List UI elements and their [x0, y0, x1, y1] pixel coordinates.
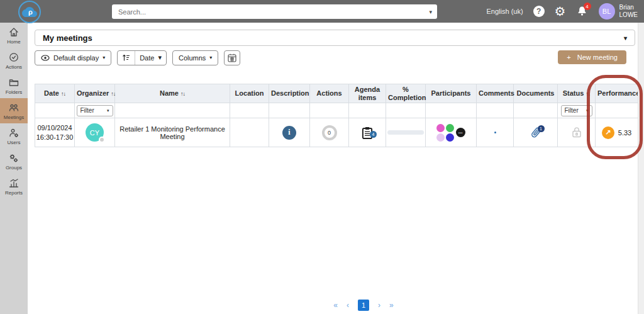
sidebar: Home Actions Folders Meetings Users Grou…: [0, 23, 28, 314]
language-label[interactable]: English (uk): [487, 8, 523, 15]
search-dropdown-caret-icon[interactable]: ▾: [429, 9, 437, 15]
comment-dot: [494, 132, 496, 133]
pagination: « ‹ 1 › »: [55, 300, 644, 311]
prev-page-button[interactable]: ‹: [347, 301, 349, 310]
column-header-location: Location: [230, 84, 269, 103]
column-header-description: Description: [269, 84, 310, 103]
performance-value: 5.33: [618, 129, 631, 137]
current-page-button[interactable]: 1: [358, 300, 369, 311]
sort-icon: [122, 53, 130, 62]
next-page-button[interactable]: ›: [378, 301, 380, 310]
eye-icon: [41, 55, 50, 61]
participant-avatar: [446, 124, 454, 132]
column-header-agenda-items: Agenda items: [349, 84, 386, 103]
app-logo-icon[interactable]: ρ: [18, 1, 41, 23]
default-display-button[interactable]: Default display ▾: [35, 50, 111, 65]
meeting-row[interactable]: 09/10/2024 16:30-17:30 CY Retailer 1 Mon…: [35, 118, 638, 147]
chevron-down-icon: ▾: [158, 53, 162, 62]
column-header-organizer[interactable]: Organizer↑↓: [75, 84, 115, 103]
column-header-completion: % Completion: [386, 84, 426, 103]
notifications-bell-icon[interactable]: 4: [576, 5, 589, 18]
sidebar-item-groups[interactable]: Groups: [0, 149, 28, 174]
sidebar-item-home[interactable]: Home: [0, 23, 28, 48]
chevron-down-icon: ▾: [624, 35, 627, 42]
sidebar-item-reports[interactable]: Reports: [0, 174, 28, 199]
column-header-performance[interactable]: Performance↑↓: [596, 84, 638, 103]
meetings-table: Date↑↓ Organizer↑↓ Name↑↓ Location Descr…: [35, 84, 638, 147]
sidebar-item-actions[interactable]: Actions: [0, 48, 28, 73]
sidebar-item-meetings[interactable]: Meetings: [0, 98, 28, 123]
column-header-actions: Actions: [310, 84, 349, 103]
user-menu[interactable]: BL Brian LOWE: [599, 3, 638, 20]
home-icon: [8, 26, 19, 38]
sort-arrows-icon: ↑↓: [586, 91, 590, 97]
cell-date: 09/10/2024 16:30-17:30: [35, 118, 75, 147]
search-input[interactable]: [112, 8, 429, 16]
cell-name[interactable]: Retailer 1 Monitoring Performance Meetin…: [115, 118, 230, 147]
gears-icon: [8, 152, 19, 164]
settings-gear-icon[interactable]: ⚙: [555, 5, 566, 18]
sort-direction-button[interactable]: [118, 51, 135, 65]
calendar-view-button[interactable]: [224, 50, 240, 65]
topbar: ρ ▾ English (uk) ? ⚙ 4 BL Brian LOWE: [0, 0, 644, 23]
cell-description: i: [269, 118, 310, 147]
participant-avatar: [446, 133, 454, 142]
cell-documents: 1: [514, 118, 558, 147]
organizer-avatar[interactable]: CY: [86, 123, 104, 142]
new-meeting-button[interactable]: + New meeting: [558, 50, 626, 64]
cell-organizer: CY: [75, 118, 115, 147]
presence-dot: [99, 137, 105, 143]
agenda-clipboard-icon[interactable]: 4: [361, 126, 374, 139]
completion-progress-bar: [387, 130, 424, 135]
status-filter-dropdown[interactable]: Filter ▾: [561, 105, 592, 116]
filter-row: Filter ▾ Filter ▾: [35, 103, 638, 118]
paperclip-icon[interactable]: 1: [530, 126, 542, 139]
column-header-participants: Participants: [426, 84, 477, 103]
lock-icon[interactable]: [570, 126, 583, 138]
app-window: ρ ▾ English (uk) ? ⚙ 4 BL Brian LOWE: [0, 0, 644, 314]
user-avatar[interactable]: BL: [599, 3, 615, 20]
chevron-down-icon: ▾: [209, 55, 212, 60]
last-page-button[interactable]: »: [389, 301, 394, 310]
sidebar-item-users[interactable]: Users: [0, 123, 28, 149]
sidebar-item-folders[interactable]: Folders: [0, 73, 28, 98]
more-participants-icon[interactable]: •••: [456, 128, 465, 137]
page-title: My meetings: [43, 33, 92, 43]
cell-participants: •••: [426, 118, 477, 147]
view-selector[interactable]: My meetings ▾: [35, 30, 635, 46]
participant-avatars[interactable]: •••: [426, 124, 476, 142]
cell-agenda-items: 4: [349, 118, 386, 147]
info-icon[interactable]: i: [282, 126, 296, 140]
header-row: Date↑↓ Organizer↑↓ Name↑↓ Location Descr…: [35, 84, 638, 103]
column-header-date[interactable]: Date↑↓: [35, 84, 75, 103]
calendar-icon: [227, 53, 237, 63]
cell-performance: ↗ 5.33: [596, 118, 638, 147]
cell-actions: 0: [310, 118, 349, 147]
cell-comments: [477, 118, 514, 147]
search-box: ▾: [112, 4, 437, 19]
participant-avatar: [436, 133, 445, 142]
cell-location: [230, 118, 269, 147]
logo-letter: ρ: [28, 8, 33, 16]
notification-badge: 4: [584, 3, 591, 10]
toolbar: Default display ▾ Date ▾ Columns ▾ +: [35, 50, 635, 65]
chevron-down-icon: ▾: [103, 55, 105, 60]
sort-arrows-icon: ↑↓: [111, 91, 115, 97]
help-icon[interactable]: ?: [533, 6, 545, 17]
chevron-down-icon: ▾: [107, 108, 109, 113]
columns-button[interactable]: Columns ▾: [172, 50, 218, 65]
column-header-comments: Comments: [477, 84, 514, 103]
organizer-filter-dropdown[interactable]: Filter ▾: [77, 105, 113, 116]
sort-field-dropdown[interactable]: Date ▾: [135, 51, 166, 65]
sort-arrows-icon: ↑↓: [180, 91, 185, 97]
people-icon: [8, 102, 19, 113]
actions-count-ring[interactable]: 0: [322, 125, 337, 140]
performance-trend-icon[interactable]: ↗: [602, 126, 614, 139]
plus-icon: +: [567, 53, 570, 61]
user-name: Brian LOWE: [619, 4, 638, 19]
column-header-status[interactable]: Status↑↓: [558, 84, 596, 103]
column-header-name[interactable]: Name↑↓: [115, 84, 230, 103]
chevron-down-icon: ▾: [586, 108, 589, 113]
first-page-button[interactable]: «: [333, 301, 338, 310]
folder-icon: [8, 77, 19, 88]
